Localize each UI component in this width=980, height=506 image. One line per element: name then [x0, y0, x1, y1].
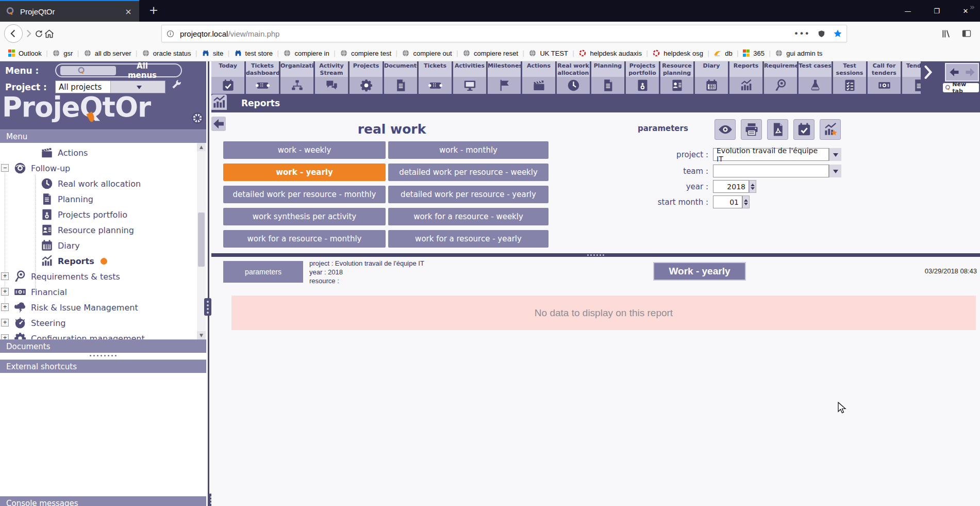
report-button-work-for-a-resource-monthly[interactable]: work for a resource - monthly: [223, 230, 386, 248]
toolbar-tab-test-sessions[interactable]: Test sessions: [833, 61, 866, 94]
toolbar-tab-diary[interactable]: Diary: [695, 61, 728, 94]
sidebar-splitter-grip[interactable]: [204, 298, 211, 316]
project-filter-wrench-icon[interactable]: [170, 79, 182, 91]
bookmark-item[interactable]: helpdesk osg: [648, 49, 707, 57]
startmonth-input[interactable]: 01: [713, 195, 742, 208]
menu-item-reports[interactable]: Reports: [40, 253, 107, 269]
favorite-chart-button[interactable]: [820, 119, 841, 140]
nav-forward-arrow-icon[interactable]: [964, 66, 976, 78]
toolbar-tab-reports[interactable]: Reports: [729, 61, 762, 94]
bookmark-item[interactable]: Outlook: [4, 50, 46, 57]
toolbar-tab-projects[interactable]: Projects: [350, 61, 383, 94]
menu-item-configuration-management[interactable]: Configuration management: [13, 331, 145, 339]
sidebar-splitter[interactable]: [208, 61, 209, 506]
toolbar-tab-resource-planning[interactable]: Resource planning: [660, 61, 693, 94]
collapse-toggle[interactable]: −: [1, 164, 9, 172]
forward-button[interactable]: [23, 28, 34, 39]
browser-tab-projeqtor[interactable]: ProjeQtOr ×: [0, 0, 139, 22]
expand-toggle[interactable]: +: [1, 334, 9, 339]
reload-button[interactable]: [34, 29, 44, 39]
project-input[interactable]: Evolution travail de l'équipe IT: [713, 148, 829, 161]
toolbar-tab-planning[interactable]: Planning: [591, 61, 624, 94]
horizontal-splitter[interactable]: [211, 253, 980, 257]
print-button[interactable]: [741, 119, 762, 140]
report-button-work-synthesis-per-activity[interactable]: work synthesis per activity: [223, 208, 386, 225]
expand-toggle[interactable]: +: [1, 272, 9, 280]
chevron-down-icon[interactable]: [829, 165, 841, 177]
bookmark-item[interactable]: site: [197, 49, 227, 57]
spinner-arrows[interactable]: [742, 195, 750, 208]
report-button-work-yearly[interactable]: work - yearly: [223, 164, 386, 181]
steering-wheel-icon[interactable]: [191, 111, 204, 125]
bookmark-item[interactable]: helpdesk audaxis: [574, 49, 645, 57]
menu-item-follow-up[interactable]: Follow-up: [13, 160, 70, 176]
bookmark-item[interactable]: gsr: [48, 49, 77, 57]
toolbar-tab-tickets-dashboard[interactable]: Tickets dashboard: [246, 61, 279, 94]
bookmark-item[interactable]: compiere in: [279, 49, 333, 57]
report-button-work-monthly[interactable]: work - monthly: [388, 141, 549, 159]
report-button-work-for-a-resource-weekly[interactable]: work for a resource - weekly: [388, 208, 549, 225]
toolbar-tab-requirements[interactable]: Requirements: [764, 61, 797, 94]
bookmark-item[interactable]: UK TEST: [524, 49, 572, 57]
back-arrow-button[interactable]: [211, 117, 226, 131]
report-button-detailed-work-per-resource-monthly[interactable]: detailed work per resource - monthly: [223, 186, 386, 203]
home-button[interactable]: [44, 28, 55, 39]
bookmark-item[interactable]: compiere reset: [458, 49, 522, 57]
tracking-shield-icon[interactable]: [817, 29, 826, 38]
expand-toggle[interactable]: +: [1, 319, 9, 327]
report-button-detailed-work-per-resource-weekly[interactable]: detailed work per resource - weekly: [388, 164, 549, 181]
scroll-down-icon[interactable]: ▼: [197, 331, 206, 339]
year-input[interactable]: 2018: [713, 180, 749, 193]
menu-item-risk-issue-management[interactable]: Risk & Issue Management: [13, 300, 138, 315]
menu-item-diary[interactable]: Diary: [40, 238, 80, 253]
menu-item-resource-planning[interactable]: Resource planning: [40, 222, 134, 238]
menu-panel-header[interactable]: Menu: [0, 129, 206, 143]
external-shortcuts-panel-header[interactable]: External shortcuts: [0, 360, 206, 373]
nav-back-arrow-icon[interactable]: [948, 66, 960, 78]
bookmark-item[interactable]: test store: [230, 49, 277, 57]
minimize-button[interactable]: —: [893, 0, 922, 22]
toolbar-overflow-chevron-icon[interactable]: [922, 66, 935, 79]
bookmark-item[interactable]: oracle status: [138, 49, 195, 57]
menu-item-planning[interactable]: Planning: [40, 191, 93, 207]
toolbar-tab-actions[interactable]: Actions: [522, 61, 555, 94]
chevron-down-icon[interactable]: [829, 148, 841, 161]
close-button[interactable]: ✕: [951, 0, 980, 22]
menu-item-steering[interactable]: Steering: [13, 315, 65, 331]
bookmark-star-icon[interactable]: [833, 29, 842, 38]
bookmark-item[interactable]: gui admin ts: [771, 49, 826, 57]
bookmark-item[interactable]: 365: [739, 50, 769, 57]
back-button[interactable]: [4, 24, 23, 43]
library-icon[interactable]: [940, 28, 951, 39]
page-actions-icon[interactable]: •••: [794, 29, 810, 39]
documents-panel-header[interactable]: Documents: [0, 339, 206, 353]
toolbar-tab-real-work-allocation[interactable]: Real work allocation: [557, 61, 590, 94]
app-new-tab-button[interactable]: New tab: [943, 83, 979, 92]
preview-eye-button[interactable]: [715, 119, 736, 140]
menu-item-requirements-tests[interactable]: Requirements & tests: [13, 269, 120, 284]
bookmark-item[interactable]: db: [709, 49, 736, 57]
expand-toggle[interactable]: +: [1, 303, 9, 311]
toolbar-tab-milestones[interactable]: Milestones: [488, 61, 521, 94]
spinner-arrows[interactable]: [749, 180, 756, 193]
toolbar-tab-projects-portfolio[interactable]: Projects portfolio: [626, 61, 659, 94]
export-pdf-button[interactable]: [767, 119, 788, 140]
menu-item-actions[interactable]: Actions: [40, 145, 88, 160]
tab-close-icon[interactable]: ×: [123, 7, 134, 17]
new-tab-button[interactable]: +: [145, 3, 162, 19]
sidebar-toggle-icon[interactable]: [961, 28, 972, 39]
bookmark-item[interactable]: all db server: [79, 49, 136, 57]
toolbar-tab-test-cases[interactable]: Test cases: [799, 61, 832, 94]
toolbar-tab-call-for-tenders[interactable]: Call for tenders: [868, 61, 901, 94]
team-input[interactable]: [713, 165, 829, 177]
toolbar-tab-documents[interactable]: Documents: [384, 61, 417, 94]
expand-toggle[interactable]: +: [1, 288, 9, 296]
panel-splitter-grip[interactable]: [77, 354, 129, 357]
bookmark-item[interactable]: compiere out: [397, 49, 456, 57]
scrollbar-thumb[interactable]: [198, 213, 205, 267]
toolbar-tab-organization[interactable]: Organization: [280, 61, 313, 94]
toolbar-tab-activity-stream[interactable]: Activity Stream: [315, 61, 348, 94]
scroll-up-icon[interactable]: ▲: [197, 143, 206, 151]
url-bar[interactable]: projeqtor.local/view/main.php •••: [161, 25, 847, 42]
toolbar-tab-tickets[interactable]: Tickets: [419, 61, 452, 94]
